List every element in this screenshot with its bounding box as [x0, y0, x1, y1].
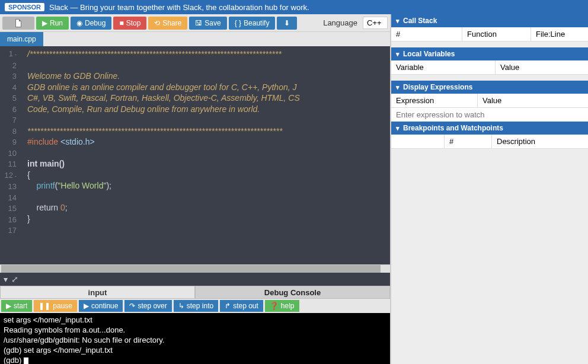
tab-debug-console[interactable]: Debug Console: [195, 286, 390, 299]
cursor: [24, 357, 28, 364]
pause-button[interactable]: ❚❚pause: [34, 300, 77, 312]
editor-scrollbar[interactable]: [0, 264, 390, 273]
file-tabs: main.cpp: [0, 32, 390, 46]
step-into-icon: ↳: [178, 302, 184, 310]
language-select[interactable]: C++: [363, 17, 388, 29]
panel-local-variables[interactable]: ▾Local Variables: [391, 47, 588, 60]
save-button[interactable]: 🖫Save: [189, 17, 226, 30]
debug-button[interactable]: ◉Debug: [71, 17, 111, 30]
help-button[interactable]: ❓help: [265, 300, 299, 312]
main-toolbar: ▶Run ◉Debug ■Stop ⟲Share 🖫Save { }Beauti…: [0, 14, 390, 32]
help-icon: ❓: [270, 302, 279, 310]
tab-input[interactable]: input: [0, 286, 195, 299]
save-icon: 🖫: [195, 19, 202, 27]
step-over-button[interactable]: ↷step over: [124, 300, 171, 312]
play-icon: ▶: [84, 302, 89, 310]
play-icon: ▶: [42, 19, 47, 27]
file-icon: [15, 19, 22, 27]
run-button[interactable]: ▶Run: [36, 17, 69, 30]
collapse-icon[interactable]: ▾: [4, 274, 8, 284]
tab-main-cpp[interactable]: main.cpp: [0, 32, 43, 46]
debug-console[interactable]: set args </home/_input.txt Reading symbo…: [0, 313, 390, 364]
download-button[interactable]: ⬇: [277, 17, 297, 30]
chevron-down-icon: ▾: [396, 17, 400, 25]
line-gutter: 1 -23456789101112 -1314151617: [0, 46, 21, 264]
code-area[interactable]: /***************************************…: [21, 46, 300, 264]
share-button[interactable]: ⟲Share: [148, 17, 187, 30]
language-label: Language: [323, 18, 361, 27]
sponsor-banner[interactable]: SPONSOR Slack — Bring your team together…: [0, 0, 588, 14]
share-icon: ⟲: [154, 19, 160, 27]
expand-icon[interactable]: ⤢: [11, 274, 18, 284]
new-file-button[interactable]: [2, 17, 34, 30]
step-over-icon: ↷: [129, 302, 135, 310]
code-editor[interactable]: 1 -23456789101112 -1314151617 /*********…: [0, 46, 390, 264]
sponsor-badge: SPONSOR: [5, 3, 44, 11]
panel-display-expressions[interactable]: ▾Display Expressions: [391, 81, 588, 94]
play-icon: ▶: [6, 302, 11, 310]
clock-icon: ◉: [76, 19, 82, 27]
stop-icon: ■: [119, 19, 123, 27]
start-button[interactable]: ▶start: [1, 300, 32, 312]
pause-icon: ❚❚: [39, 302, 50, 310]
locals-headers: Variable Value: [391, 60, 588, 75]
expressions-headers: Expression Value: [391, 94, 588, 108]
debug-toolbar: ▶start ❚❚pause ▶continue ↷step over ↳ste…: [0, 299, 390, 313]
download-icon: ⬇: [284, 19, 290, 27]
bottom-controls: ▾ ⤢: [0, 273, 390, 286]
step-out-button[interactable]: ↱step out: [220, 300, 263, 312]
step-out-icon: ↱: [225, 302, 231, 310]
sponsor-text: Slack — Bring your team together with Sl…: [49, 3, 309, 12]
step-into-button[interactable]: ↳step into: [174, 300, 218, 312]
chevron-down-icon: ▾: [396, 50, 400, 58]
braces-icon: { }: [235, 19, 241, 27]
panel-breakpoints[interactable]: ▾Breakpoints and Watchpoints: [391, 122, 588, 135]
call-stack-headers: # Function File:Line: [391, 27, 588, 41]
breakpoints-headers: # Description: [391, 135, 588, 149]
beautify-button[interactable]: { }Beautify: [229, 17, 276, 30]
stop-button[interactable]: ■Stop: [113, 17, 146, 30]
chevron-down-icon: ▾: [396, 124, 400, 132]
continue-button[interactable]: ▶continue: [79, 300, 123, 312]
io-tabs: input Debug Console: [0, 286, 390, 299]
panel-call-stack[interactable]: ▾Call Stack: [391, 14, 588, 27]
chevron-down-icon: ▾: [396, 84, 400, 91]
expression-input[interactable]: [391, 108, 588, 122]
